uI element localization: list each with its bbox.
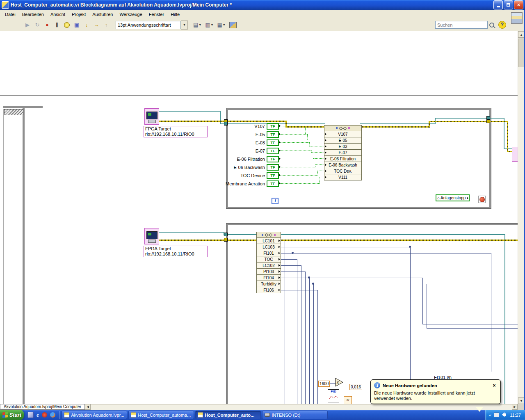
search-icon[interactable] — [489, 23, 494, 27]
wire-segment[interactable] — [320, 177, 324, 177]
wire-segment[interactable] — [228, 121, 286, 122]
boolean-terminal[interactable]: TF — [267, 172, 279, 179]
readwrite-node-item[interactable]: FI101 — [257, 250, 281, 256]
readwrite-node-item[interactable]: E-07 — [324, 150, 361, 156]
quick-launch-app-icon[interactable] — [27, 412, 34, 418]
wire-segment[interactable] — [429, 121, 430, 128]
wire-segment[interactable] — [435, 118, 488, 119]
internet-explorer-icon[interactable]: e — [37, 412, 39, 418]
multiply-node[interactable]: x — [335, 378, 344, 387]
wire-segment[interactable] — [422, 278, 423, 324]
menu-item[interactable]: Fenster — [146, 10, 167, 19]
menu-item[interactable]: Bearbeiten — [19, 10, 47, 19]
wire-segment[interactable] — [313, 158, 324, 159]
menu-item[interactable]: Datei — [2, 10, 19, 19]
boolean-terminal[interactable]: TF — [267, 123, 279, 130]
scroll-down-button[interactable]: ▼ — [518, 397, 525, 404]
resize-objects-button[interactable]: ▦▼ — [216, 20, 226, 30]
wire-segment[interactable] — [305, 272, 306, 404]
fpga-readwrite-control-node[interactable]: V107 E-05 E-03 E-07 E-06 Filtration E-06… — [324, 125, 362, 180]
tray-clock[interactable]: 11:27 — [510, 413, 521, 418]
wire-segment[interactable] — [311, 152, 324, 153]
maximize-button[interactable] — [504, 0, 513, 9]
wire-segment[interactable] — [491, 253, 491, 372]
boolean-terminal[interactable]: TF — [267, 139, 279, 146]
wire-segment[interactable] — [504, 148, 513, 149]
fpga-target-node-1[interactable] — [144, 108, 159, 125]
wire-segment[interactable] — [429, 121, 488, 122]
readwrite-node-item[interactable]: V107 — [324, 131, 361, 137]
wire-segment[interactable] — [279, 151, 311, 151]
wire-segment[interactable] — [301, 265, 301, 404]
readwrite-node-item[interactable]: LC103 — [257, 244, 281, 250]
boolean-terminal[interactable]: TF — [267, 156, 279, 162]
wire-segment[interactable] — [228, 240, 257, 241]
wire-segment[interactable] — [317, 290, 318, 404]
wire-segment[interactable] — [279, 142, 309, 143]
retain-wire-values-button[interactable]: ▣ — [72, 21, 81, 30]
wire-segment[interactable] — [159, 240, 227, 241]
wire-segment[interactable] — [305, 126, 306, 134]
abort-button[interactable]: ● — [43, 21, 52, 30]
readwrite-node-item[interactable]: E-06 Backwash — [324, 162, 361, 168]
wire-segment[interactable] — [307, 140, 324, 140]
horizontal-scrollbar-track[interactable] — [91, 404, 512, 410]
scroll-up-button[interactable]: ▲ — [518, 31, 525, 38]
wire-segment[interactable] — [280, 259, 297, 260]
stop-button-terminal[interactable] — [478, 196, 486, 203]
fpga-target-label-1[interactable]: FPGA Target rio://192.168.10.11/RIO0 — [144, 126, 208, 137]
wire-segment[interactable] — [280, 290, 318, 290]
boolean-terminal[interactable]: TF — [267, 180, 279, 187]
step-out-button[interactable]: ↑ — [102, 21, 111, 30]
anlagenstopp-local-variable[interactable]: Anlagenstopp — [436, 194, 470, 201]
wire-segment[interactable] — [504, 234, 505, 404]
wire-segment[interactable] — [315, 164, 324, 165]
readwrite-node-item[interactable]: FI106 — [257, 287, 281, 293]
wire-segment[interactable] — [280, 272, 306, 272]
fir-node[interactable]: fir — [344, 396, 352, 404]
readwrite-node-item[interactable]: E-05 — [324, 137, 361, 144]
wire-segment[interactable] — [279, 175, 317, 176]
run-continuous-button[interactable]: ↻ — [33, 21, 42, 30]
readwrite-node-item[interactable]: V111 — [324, 174, 361, 180]
tray-chevron-icon[interactable]: « — [489, 413, 491, 418]
font-settings-combo[interactable]: 13pt Anwendungsschriftart ▼ — [116, 21, 188, 30]
readwrite-node-item[interactable]: TOC — [257, 256, 281, 262]
iteration-terminal[interactable]: i — [272, 198, 278, 204]
close-button[interactable]: × — [514, 0, 523, 9]
wire-segment[interactable] — [279, 159, 313, 159]
fpga-target-label-2[interactable]: FPGA Target rio://192.168.10.11/RIO0 — [144, 246, 208, 257]
wire-segment[interactable] — [297, 259, 297, 404]
fpga-target-node-2[interactable] — [144, 228, 159, 244]
readwrite-node-item[interactable]: PI103 — [257, 269, 281, 275]
readwrite-node-header[interactable] — [324, 126, 361, 131]
titlebar[interactable]: Host_Computer_automatic.vi Blockdiagramm… — [0, 0, 525, 10]
vi-icon-pane[interactable] — [511, 12, 523, 24]
wire-segment[interactable] — [280, 247, 411, 247]
readwrite-node-item[interactable]: E-06 Filtration — [324, 156, 361, 162]
readwrite-node-item[interactable]: Turbidity — [257, 281, 281, 287]
wire-segment[interactable] — [489, 121, 508, 122]
scroll-right-button[interactable]: ▶ — [512, 404, 518, 410]
project-tab[interactable]: Akvolution Aquadom.lvproj/Mein Computer — [0, 404, 85, 410]
wire-segment[interactable] — [309, 146, 324, 146]
block-diagram[interactable]: FPGA Target rio://192.168.10.11/RIO0 FPG… — [0, 31, 525, 404]
readwrite-node-item[interactable]: FI104 — [257, 275, 281, 281]
fpga-readwrite-indicator-node[interactable]: LC101 LC103 FI101 TOC LC102 PI103 FI104 … — [256, 232, 281, 293]
wire-segment[interactable] — [313, 284, 314, 404]
numeric-constant-1600[interactable]: 1600 — [318, 381, 330, 387]
wire-segment[interactable] — [158, 111, 220, 112]
minimize-button[interactable] — [493, 0, 503, 9]
wire-segment[interactable] — [344, 382, 350, 382]
wire-segment[interactable] — [320, 177, 320, 183]
wire-segment[interactable] — [305, 134, 324, 134]
boolean-terminal[interactable]: TF — [267, 164, 279, 171]
wire-segment[interactable] — [309, 278, 310, 404]
boolean-terminal[interactable]: TF — [267, 131, 279, 138]
wire-segment[interactable] — [307, 134, 308, 140]
quick-launch-red-icon[interactable] — [42, 412, 47, 418]
wire-segment[interactable] — [279, 234, 504, 235]
wire-segment[interactable] — [158, 232, 224, 233]
step-over-button[interactable]: → — [92, 21, 101, 30]
step-into-button[interactable]: ↓ — [82, 21, 91, 30]
